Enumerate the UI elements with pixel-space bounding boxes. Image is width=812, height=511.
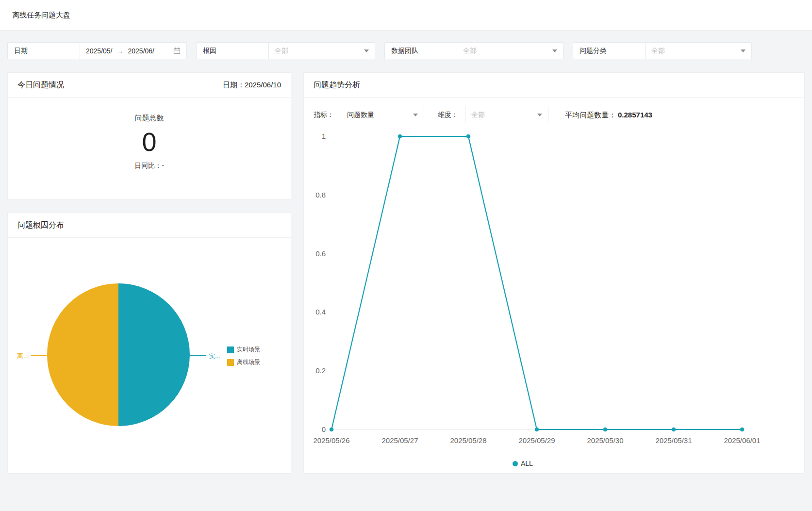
trend-line-chart[interactable]: 00.20.40.60.812025/05/262025/05/272025/0… [310, 124, 797, 459]
dimension-select-value: 全部 [471, 111, 485, 119]
svg-text:0.4: 0.4 [315, 308, 326, 316]
trend-card-header: 问题趋势分析 [304, 73, 804, 98]
range-arrow-icon: → [117, 47, 124, 55]
root-cause-card-title: 问题根因分布 [17, 220, 64, 231]
svg-text:0.8: 0.8 [315, 191, 326, 199]
indicator-label: 指标： [314, 111, 334, 119]
average-issues-value: 0.2857143 [618, 111, 652, 119]
filter-date: 日期 2025/05/ → 2025/06/ [7, 42, 187, 59]
pie-legend-item-realtime[interactable]: 实时场景 [227, 346, 260, 354]
date-end-input[interactable]: 2025/06/ [128, 47, 155, 55]
svg-text:2025/06/01: 2025/06/01 [724, 436, 760, 445]
chevron-down-icon [552, 49, 557, 52]
data-team-select-value: 全部 [463, 47, 477, 55]
pie-legend-label: 离线场景 [237, 358, 260, 366]
dimension-label: 维度： [438, 111, 458, 119]
root-cause-select[interactable]: 全部 [268, 42, 375, 59]
today-card-title: 今日问题情况 [17, 80, 64, 90]
svg-text:2025/05/28: 2025/05/28 [450, 436, 486, 445]
average-issues-label: 平均问题数量： [565, 111, 616, 119]
trend-card-title: 问题趋势分析 [314, 80, 360, 90]
trend-analysis-card: 问题趋势分析 指标： 问题数量 维度： 全部 平均问题数量：0.2857143 … [303, 72, 805, 474]
chevron-down-icon [364, 49, 369, 52]
data-team-select[interactable]: 全部 [457, 42, 563, 59]
date-range-picker[interactable]: 2025/05/ → 2025/06/ [80, 42, 187, 59]
root-cause-card-body: 离... 实... 实时场景 离线场景 [8, 238, 291, 474]
average-issues-stat: 平均问题数量：0.2857143 [565, 111, 652, 120]
svg-text:2025/05/29: 2025/05/29 [518, 436, 555, 445]
filter-data-team: 数据团队 全部 [384, 42, 563, 59]
day-over-day-label: 日同比：- [8, 162, 291, 170]
root-cause-card: 问题根因分布 离... 实... 实时场景 离线场景 [7, 213, 291, 474]
dashboard-content: 今日问题情况 日期：2025/06/10 问题总数 0 日同比：- 问题根因分布… [0, 72, 812, 474]
trend-controls: 指标： 问题数量 维度： 全部 平均问题数量：0.2857143 [304, 106, 804, 124]
total-issues-label: 问题总数 [8, 114, 291, 123]
legend-swatch-icon [227, 346, 234, 353]
pie-legend: 实时场景 离线场景 [227, 346, 260, 371]
chevron-down-icon [741, 49, 746, 52]
svg-text:2025/05/31: 2025/05/31 [655, 436, 692, 445]
filter-root-cause: 根因 全部 [196, 42, 375, 59]
trend-legend-label: ALL [521, 460, 533, 467]
svg-text:2025/05/30: 2025/05/30 [587, 436, 623, 445]
trend-legend-item-all[interactable]: ALL [513, 460, 533, 467]
pie-legend-label: 实时场景 [237, 346, 260, 354]
page-header: 离线任务问题大盘 [0, 0, 812, 31]
date-start-input[interactable]: 2025/05/ [86, 47, 113, 55]
calendar-icon[interactable] [173, 47, 181, 54]
total-issues-value: 0 [8, 127, 291, 157]
svg-text:0: 0 [322, 425, 326, 433]
legend-dot-icon [513, 461, 518, 466]
date-filter-label: 日期 [7, 42, 80, 59]
filter-bar: 日期 2025/05/ → 2025/06/ 根因 全部 数据团队 全部 问题分… [0, 42, 812, 59]
dimension-select[interactable]: 全部 [465, 107, 548, 123]
root-cause-select-value: 全部 [275, 47, 288, 55]
svg-text:1: 1 [322, 132, 326, 140]
pie-callout-line-right [190, 355, 206, 356]
category-filter-label: 问题分类 [573, 42, 646, 59]
category-select-value: 全部 [651, 47, 665, 55]
indicator-select-value: 问题数量 [347, 111, 374, 119]
pie-callout-label-right: 实... [209, 352, 220, 361]
today-card-date: 日期：2025/06/10 [223, 81, 281, 90]
root-cause-filter-label: 根因 [196, 42, 269, 59]
chevron-down-icon [413, 114, 418, 116]
category-select[interactable]: 全部 [645, 42, 752, 59]
pie-callout-label-left: 离... [17, 352, 29, 361]
pie-callout-line-left [31, 355, 47, 356]
svg-text:2025/05/26: 2025/05/26 [313, 436, 349, 445]
today-card-header: 今日问题情况 日期：2025/06/10 [8, 73, 291, 98]
left-column: 今日问题情况 日期：2025/06/10 问题总数 0 日同比：- 问题根因分布… [7, 72, 291, 474]
svg-text:2025/05/27: 2025/05/27 [381, 436, 418, 445]
today-issues-card: 今日问题情况 日期：2025/06/10 问题总数 0 日同比：- [7, 72, 291, 199]
filter-category: 问题分类 全部 [573, 42, 752, 59]
chevron-down-icon [537, 114, 542, 116]
today-card-body: 问题总数 0 日同比：- [8, 98, 291, 170]
pie-legend-item-offline[interactable]: 离线场景 [227, 358, 260, 366]
data-team-filter-label: 数据团队 [384, 42, 457, 59]
svg-text:0.2: 0.2 [315, 366, 326, 375]
legend-swatch-icon [227, 359, 234, 366]
svg-text:0.6: 0.6 [315, 249, 326, 258]
root-cause-pie-chart[interactable] [47, 283, 190, 426]
indicator-select[interactable]: 问题数量 [341, 107, 424, 123]
root-cause-card-header: 问题根因分布 [8, 213, 291, 238]
page-title: 离线任务问题大盘 [12, 11, 70, 20]
